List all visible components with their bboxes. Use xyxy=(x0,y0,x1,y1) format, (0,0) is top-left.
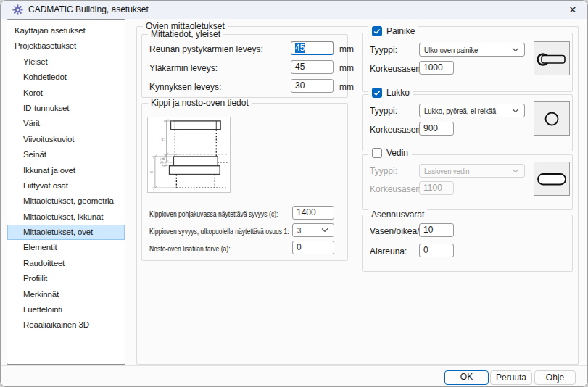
kippi-door-diagram: H a 1/? xyxy=(147,117,231,193)
sidebar-item-projektiasetukset[interactable]: Projektiasetukset xyxy=(7,38,125,54)
diagram-label-ratio: 1/? xyxy=(160,158,164,165)
pull-handle-icon xyxy=(536,167,568,191)
nosto-oven-lisatila-input[interactable]: 0 xyxy=(292,241,334,254)
chevron-down-icon xyxy=(512,108,519,113)
sidebar-item-yleiset[interactable]: Yleiset xyxy=(7,54,125,70)
app-gear-icon xyxy=(12,4,23,15)
lock-circle-icon xyxy=(541,108,563,130)
lock-preview xyxy=(534,101,570,136)
checkmark-icon xyxy=(373,90,381,96)
kippioven-syvyys-c-input[interactable]: 1400 xyxy=(292,206,334,220)
sidebar-item-raudoitteet[interactable]: Raudoitteet xyxy=(7,256,125,271)
painike-label: Painike xyxy=(386,26,415,36)
ylakarmin-leveys-label: Yläkarmin leveys: xyxy=(149,63,218,73)
lukko-tyyppi-select[interactable]: Lukko, pyöreä, ei reikää xyxy=(419,104,525,117)
window-title: CADMATIC Building, asetukset xyxy=(28,1,149,19)
vedin-korkeusasema-input[interactable]: 1100 xyxy=(419,181,454,195)
lukko-checkbox[interactable] xyxy=(372,88,382,98)
sidebar-item-korot[interactable]: Korot xyxy=(7,86,125,101)
cancel-button[interactable]: Peruuta xyxy=(490,370,532,385)
alareuna-input[interactable]: 0 xyxy=(419,244,454,257)
kippioven-syvyys-c-label: Kippioven pohjakuvassa näytettävä syvyys… xyxy=(149,209,278,218)
vedin-label: Vedin xyxy=(386,148,408,158)
chevron-down-icon xyxy=(512,168,519,173)
door-handle-icon xyxy=(536,46,568,72)
sidebar-item-liittyvat-osat[interactable]: Liittyvät osat xyxy=(7,178,125,194)
checkmark-icon xyxy=(373,28,381,35)
nosto-oven-lisatila-label: Nosto-oven lisätilan tarve (a): xyxy=(149,244,231,253)
unit-mm: mm xyxy=(339,82,354,92)
vedin-checkbox[interactable] xyxy=(372,148,382,158)
door-handle-preview xyxy=(534,41,570,75)
settings-category-list: Käyttäjän asetukset Projektiasetukset Yl… xyxy=(7,19,125,365)
mittatiedot-group: Mittatiedot, yleiset Reunan pystykarmien… xyxy=(141,34,348,98)
sidebar-item-kayttajan-asetukset[interactable]: Käyttäjän asetukset xyxy=(7,23,125,38)
lukko-tyyppi-label: Tyyppi: xyxy=(370,106,397,116)
chevron-down-icon xyxy=(512,47,519,52)
kippioven-osuus-select[interactable]: 3 xyxy=(292,223,334,237)
title-bar: CADMATIC Building, asetukset ✕ xyxy=(1,1,587,19)
painike-tyyppi-label: Tyyppi: xyxy=(370,45,397,55)
reunan-pystykarmien-leveys-input[interactable]: 45 xyxy=(291,41,334,55)
unit-mm: mm xyxy=(339,44,354,54)
vedin-group: Vedin Tyyppi: Lasioven vedin Korkeusasem… xyxy=(362,154,573,210)
lukko-group: Lukko Tyyppi: Lukko, pyöreä, ei reikää K… xyxy=(362,94,573,151)
sidebar-item-kohdetiedot[interactable]: Kohdetiedot xyxy=(7,70,125,85)
vedin-tyyppi-label: Tyyppi: xyxy=(370,166,397,176)
alareuna-label: Alareuna: xyxy=(370,246,407,257)
sidebar-item-id-tunnukset[interactable]: ID-tunnukset xyxy=(7,101,125,116)
chevron-down-icon xyxy=(321,228,328,233)
kippi-title: Kippi ja nosto-oven tiedot xyxy=(148,98,252,108)
sidebar-item-ikkunat-ja-ovet[interactable]: Ikkunat ja ovet xyxy=(7,163,125,178)
painike-korkeusasema-input[interactable]: 1000 xyxy=(419,61,454,75)
sidebar-item-viivoituskuviot[interactable]: Viivoituskuviot xyxy=(7,132,125,147)
painike-checkbox[interactable] xyxy=(372,26,382,36)
selected-text: 45 xyxy=(295,43,305,53)
sidebar-item-luettelointi[interactable]: Luettelointi xyxy=(7,302,125,317)
sidebar-item-reaaliaikainen-3d[interactable]: Reaaliaikainen 3D xyxy=(7,317,125,333)
lukko-korkeusasema-input[interactable]: 900 xyxy=(419,122,454,136)
sidebar-item-varit[interactable]: Värit xyxy=(7,116,125,131)
kippioven-osuus-label: Kippioven syvyys, ulkopuolella näytettäv… xyxy=(149,227,289,236)
unit-mm: mm xyxy=(339,63,354,73)
sidebar-item-mittaoletukset-ovet[interactable]: Mittaoletukset, ovet xyxy=(7,225,125,240)
sidebar-item-mittaoletukset-ikkunat[interactable]: Mittaoletukset, ikkunat xyxy=(7,209,125,225)
painike-tyyppi-select[interactable]: Ulko-oven painike xyxy=(419,43,525,57)
vasen-oikea-yla-input[interactable]: 10 xyxy=(419,223,454,237)
ovien-mittaoletukset-group: Ovien mittaoletukset Mittatiedot, yleise… xyxy=(136,26,579,365)
sidebar-item-profiilit[interactable]: Profiilit xyxy=(7,271,125,286)
diagram-label-h: H xyxy=(160,138,165,141)
sidebar-item-elementit[interactable]: Elementit xyxy=(7,240,125,255)
diagram-label-c: c xyxy=(149,170,154,173)
reunan-pystykarmien-leveys-label: Reunan pystykarmien leveys: xyxy=(149,44,263,54)
close-icon[interactable]: ✕ xyxy=(558,1,587,19)
lukko-label: Lukko xyxy=(386,88,410,98)
help-button[interactable]: Ohje xyxy=(534,370,576,385)
asennusvarat-group: Asennusvarat Vasen/oikea/ylä: 10 Alareun… xyxy=(362,215,573,272)
asennusvarat-title: Asennusvarat xyxy=(368,209,427,220)
footer-separator xyxy=(1,365,587,366)
painike-group: Painike Tyyppi: Ulko-oven painike Korkeu… xyxy=(362,33,573,92)
kynnyksen-leveys-label: Kynnyksen leveys: xyxy=(149,82,221,92)
vedin-tyyppi-select[interactable]: Lasioven vedin xyxy=(419,164,525,178)
mittatiedot-title: Mittatiedot, yleiset xyxy=(148,29,223,39)
ylakarmin-leveys-input[interactable]: 45 xyxy=(291,60,334,74)
kynnyksen-leveys-input[interactable]: 30 xyxy=(291,79,334,93)
kippi-group: Kippi ja nosto-oven tiedot xyxy=(141,103,348,261)
sidebar-item-seinat[interactable]: Seinät xyxy=(7,147,125,162)
ok-button[interactable]: OK xyxy=(444,370,489,385)
sidebar-item-merkinnat[interactable]: Merkinnät xyxy=(7,287,125,302)
pull-handle-preview xyxy=(534,162,570,196)
sidebar-item-mittaoletukset-geometria[interactable]: Mittaoletukset, geometria xyxy=(7,194,125,209)
settings-dialog: CADMATIC Building, asetukset ✕ Käyttäjän… xyxy=(0,0,588,387)
